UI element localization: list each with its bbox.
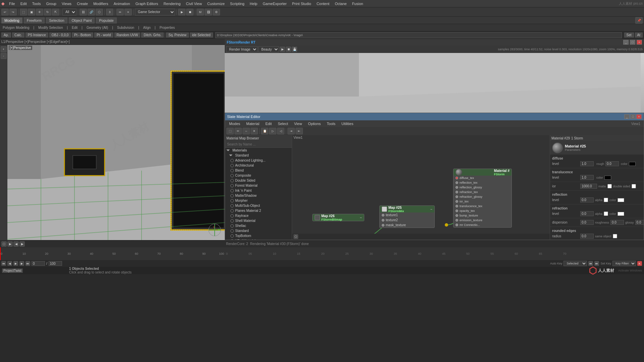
- tab-populate[interactable]: Populate: [96, 17, 116, 23]
- matte-checkbox[interactable]: [607, 184, 612, 188]
- menu-rendering[interactable]: Rendering: [161, 1, 183, 6]
- tab-modeling[interactable]: Modeling: [1, 17, 22, 23]
- viewport-3d[interactable]: L1/Perspective [+]Perspective [+]EdgeFac…: [0, 39, 225, 240]
- node-map25[interactable]: Map #25 FStormMix − texture1 t: [379, 205, 435, 228]
- refr-color-swatch[interactable]: [618, 212, 624, 216]
- sme-tb-1[interactable]: ⬚: [226, 128, 234, 134]
- node-map26-close[interactable]: −: [360, 216, 362, 220]
- menu-create[interactable]: Create: [74, 1, 91, 6]
- frame-input[interactable]: [32, 261, 45, 266]
- glossy-input-d[interactable]: [635, 220, 644, 225]
- diffuse-color-swatch[interactable]: [629, 162, 636, 166]
- random-uvw-button[interactable]: Random UVW: [114, 33, 141, 38]
- next-frame-btn[interactable]: ▶: [19, 261, 24, 266]
- 3d-snap-button[interactable]: 3: [106, 9, 113, 15]
- node-material[interactable]: Material # FStorm diffuse_tex reflection…: [453, 169, 512, 228]
- mirror-button[interactable]: ⇔: [116, 9, 124, 15]
- render-save[interactable]: 💾: [292, 47, 297, 52]
- sme-item-matte-shadow[interactable]: Matte/Shadow: [225, 193, 292, 198]
- sme-node-editor[interactable]: View1: [292, 135, 550, 240]
- project-twist-btn[interactable]: ProjectTwist: [2, 268, 23, 273]
- calc-button[interactable]: Calc.: [12, 33, 24, 38]
- sme-tb-9[interactable]: ⇤: [296, 128, 303, 134]
- sme-minimize[interactable]: _: [624, 114, 630, 119]
- at-button[interactable]: At: [635, 33, 643, 38]
- double-sided-checkbox[interactable]: [632, 184, 636, 188]
- sme-tb-7[interactable]: ◁: [277, 128, 284, 134]
- sme-bottom-btn[interactable]: ⬡: [293, 234, 298, 239]
- redo-button[interactable]: ↪: [9, 9, 17, 15]
- sme-tb-8[interactable]: ⇥: [287, 128, 295, 134]
- sme-item-topbottom[interactable]: TopBottom: [225, 233, 292, 238]
- sme-item-architectural[interactable]: Architectural: [225, 163, 292, 168]
- timeline-track[interactable]: 0 10 20 30 40 50 60 70 80 90 100: [0, 247, 225, 260]
- viewport-gizmo[interactable]: Y X: [208, 223, 221, 237]
- prev-frame[interactable]: ◀: [13, 241, 19, 247]
- menu-help[interactable]: Help: [247, 1, 260, 6]
- refl-color-swatch[interactable]: [618, 198, 624, 202]
- sme-item-xref[interactable]: XRef Material: [225, 238, 292, 240]
- node-map26[interactable]: Map #26 FStormBitmap −: [312, 214, 364, 221]
- path-field[interactable]: D:\Dropbox (3D)\3D\Projects\Clients\Crea…: [215, 32, 622, 38]
- menu-print-studio[interactable]: Print Studio: [289, 1, 314, 6]
- sub-toolbar-pin[interactable]: 📌: [635, 17, 643, 24]
- sme-item-standard[interactable]: Standard: [225, 228, 292, 233]
- right-timeline-track[interactable]: 0 05 10 15 20 25 30 35 40 45 50 55 60 65…: [225, 247, 644, 260]
- set-button[interactable]: Set: [624, 33, 634, 38]
- menu-tools[interactable]: Tools: [30, 1, 44, 6]
- select-region-button[interactable]: ▣: [28, 9, 35, 15]
- alpha-checkbox-r[interactable]: [604, 198, 608, 202]
- sme-maximize[interactable]: □: [630, 114, 636, 119]
- sme-item-shell-mat[interactable]: Shell Material: [225, 218, 292, 223]
- sme-menu-select[interactable]: Select: [275, 121, 291, 126]
- sme-close[interactable]: ×: [636, 114, 642, 119]
- same-obj-checkbox[interactable]: [613, 234, 617, 238]
- sme-search-input[interactable]: [225, 141, 292, 148]
- render-maximize[interactable]: □: [630, 40, 635, 45]
- sidebar-icon-2[interactable]: -: [1, 53, 7, 59]
- undo-button[interactable]: ↩: [1, 9, 9, 15]
- ide-selected-button[interactable]: ide Selected: [190, 33, 213, 38]
- sme-materials-group[interactable]: Materials: [225, 148, 292, 153]
- trans-level-input[interactable]: [580, 175, 594, 180]
- prev-frame-btn[interactable]: ◀: [7, 261, 12, 266]
- sme-item-shellac[interactable]: Shellac: [225, 223, 292, 228]
- sme-item-blend[interactable]: Blend: [225, 168, 292, 173]
- render-button[interactable]: 🖼: [205, 9, 212, 15]
- play-button[interactable]: ▶: [178, 9, 185, 15]
- radius-input[interactable]: [580, 234, 594, 239]
- menu-graph-editors[interactable]: Graph Editors: [133, 1, 161, 6]
- anim-btn[interactable]: ▶: [7, 241, 13, 247]
- create-layer-btn[interactable]: ⬡: [1, 241, 7, 247]
- menu-civil-view[interactable]: Civil View: [183, 1, 204, 6]
- menu-animation[interactable]: Animation: [111, 1, 133, 6]
- sme-menu-tools[interactable]: Tools: [324, 121, 338, 126]
- frame-end-input[interactable]: [49, 261, 62, 266]
- sme-menu-options[interactable]: Options: [305, 121, 323, 126]
- menu-gameexporter[interactable]: GameExporter: [260, 1, 289, 6]
- sme-menu-edit[interactable]: Edit: [263, 121, 274, 126]
- sme-menu-view[interactable]: View: [291, 121, 305, 126]
- render-play[interactable]: ▶: [280, 47, 285, 52]
- sme-menu-utilities[interactable]: Utilities: [339, 121, 356, 126]
- render-close[interactable]: ×: [637, 40, 642, 45]
- sme-item-double-sided[interactable]: Double Sided: [225, 178, 292, 183]
- sme-standard-group[interactable]: Standard: [225, 153, 292, 158]
- sme-item-raytrace[interactable]: Raytrace: [225, 213, 292, 218]
- render-settings-button[interactable]: ⚙: [213, 9, 220, 15]
- menu-octane[interactable]: Octane: [332, 1, 349, 6]
- dispersion-input[interactable]: [580, 220, 594, 225]
- next-frame[interactable]: ▶: [19, 241, 25, 247]
- menu-file[interactable]: File: [6, 1, 18, 6]
- stop-button[interactable]: ⏹: [186, 9, 194, 15]
- material-editor-button[interactable]: M: [197, 9, 204, 15]
- menu-group[interactable]: Group: [43, 1, 59, 6]
- tab-selection[interactable]: Selection: [46, 17, 67, 23]
- sq-preview-button[interactable]: Sq. Preview: [166, 33, 189, 38]
- render-minimize[interactable]: _: [623, 40, 629, 45]
- prev-key-btn[interactable]: ⏮: [1, 261, 6, 266]
- reference-dropdown[interactable]: All: [62, 9, 76, 15]
- unlink-button[interactable]: 🔗: [88, 9, 95, 15]
- render-stop[interactable]: ⏹: [286, 47, 291, 52]
- roughness-input-d[interactable]: [610, 220, 624, 225]
